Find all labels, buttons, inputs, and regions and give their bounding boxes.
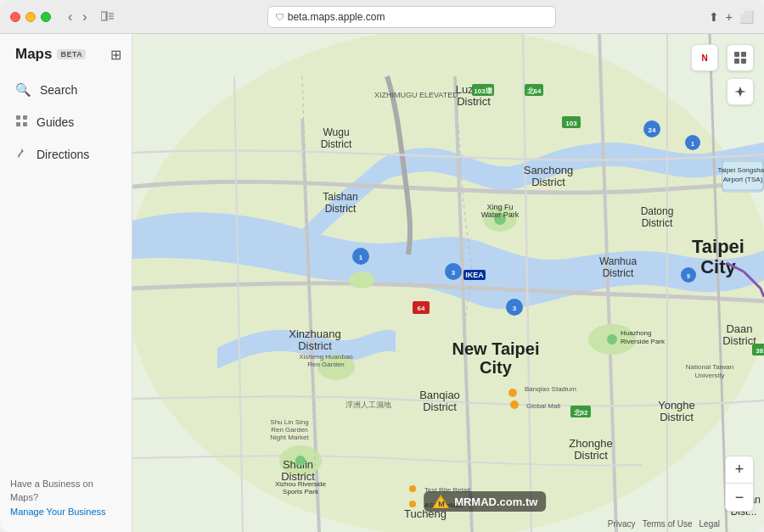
sidebar-header: Maps BETA ⊞ (0, 34, 132, 71)
svg-text:Airport (TSA): Airport (TSA) (723, 176, 763, 183)
search-icon: 🔍 (15, 82, 31, 98)
sidebar-footer: Have a Business on Maps? Manage Your Bus… (0, 467, 132, 533)
titlebar-right: ⬆ + ⬜ (709, 10, 754, 24)
directions-icon (15, 147, 28, 162)
guides-label: Guides (37, 115, 74, 129)
svg-text:City: City (480, 358, 513, 377)
titlebar-center: 🛡 beta.maps.apple.com (121, 6, 702, 28)
minimize-button[interactable] (25, 12, 36, 22)
close-button[interactable] (10, 12, 20, 22)
sidebar-item-search[interactable]: 🔍 Search (7, 75, 125, 105)
svg-text:National Taiwan: National Taiwan (686, 363, 733, 371)
svg-text:New Taipei: New Taipei (452, 339, 540, 358)
svg-text:Shu Lin Sing: Shu Lin Sing (270, 418, 308, 426)
map-area[interactable]: XIZHIMUGU ELEVATED Luzhou District (132, 34, 764, 532)
svg-point-75 (295, 456, 306, 466)
manage-business-link[interactable]: Manage Your Business (10, 505, 121, 519)
svg-text:District: District (660, 411, 694, 423)
map-type-button[interactable] (727, 44, 754, 71)
sidebar-grid-button[interactable]: ⊞ (110, 47, 121, 63)
sidebar-nav: 🔍 Search Guides (0, 71, 132, 173)
svg-rect-0 (101, 12, 106, 20)
compass-rose[interactable]: N (691, 44, 718, 71)
svg-text:Yonghe: Yonghe (658, 399, 695, 412)
svg-text:Taipei: Taipei (692, 236, 744, 257)
svg-text:北92: 北92 (573, 409, 588, 417)
beta-badge: BETA (57, 49, 86, 59)
svg-text:Water Park: Water Park (481, 210, 520, 219)
svg-text:Taishan: Taishan (323, 191, 357, 203)
legal-link[interactable]: Legal (699, 519, 720, 529)
nav-buttons: ‹ › (65, 8, 91, 26)
svg-text:District: District (298, 339, 332, 352)
svg-text:Zhonghe: Zhonghe (569, 437, 612, 450)
svg-text:Wanhua: Wanhua (599, 255, 638, 267)
sidebar-toggle-button[interactable] (101, 10, 115, 24)
watermark-text: MRMAD.com.tw (454, 496, 537, 508)
forward-button[interactable]: › (79, 8, 90, 26)
search-label: Search (40, 83, 77, 97)
svg-text:Banqiao: Banqiao (419, 389, 460, 401)
svg-text:Banqiao Stadium: Banqiao Stadium (525, 385, 576, 393)
svg-text:Datong: Datong (641, 205, 674, 217)
shield-icon: 🛡 (275, 12, 284, 22)
svg-text:District: District (531, 176, 565, 188)
zoom-out-button[interactable]: − (726, 484, 753, 511)
svg-rect-7 (16, 122, 20, 126)
directions-label: Directions (37, 148, 89, 161)
svg-text:浮洲人工濕地: 浮洲人工濕地 (345, 400, 391, 409)
traffic-lights (10, 12, 51, 22)
svg-rect-5 (16, 115, 20, 120)
svg-text:District: District (642, 217, 673, 229)
svg-point-78 (409, 485, 416, 492)
svg-text:IKEA: IKEA (465, 271, 484, 279)
terms-link[interactable]: Terms of Use (643, 519, 693, 529)
svg-text:District: District (423, 400, 457, 413)
svg-text:Sports Park: Sports Park (283, 488, 319, 496)
privacy-link[interactable]: Privacy (608, 519, 636, 529)
svg-text:103: 103 (565, 120, 577, 127)
svg-text:北64: 北64 (526, 87, 542, 95)
svg-text:Huazhong: Huazhong (621, 329, 651, 337)
sidebar-item-guides[interactable]: Guides (7, 107, 125, 137)
svg-text:3: 3 (452, 269, 456, 277)
new-tab-button[interactable]: + (726, 10, 733, 24)
sidebar-item-directions[interactable]: Directions (7, 139, 125, 170)
svg-text:District: District (574, 449, 608, 462)
svg-text:XIZHIMUGU ELEVATED: XIZHIMUGU ELEVATED (374, 91, 458, 99)
svg-text:1: 1 (691, 141, 694, 147)
zoom-in-button[interactable]: + (726, 456, 753, 484)
svg-text:Xinzhuang: Xinzhuang (289, 328, 340, 340)
svg-text:Night Market: Night Market (270, 434, 309, 441)
svg-text:1: 1 (359, 254, 363, 261)
svg-rect-8 (23, 122, 27, 126)
svg-text:District: District (457, 95, 491, 108)
svg-text:Xizhou Riverside: Xizhou Riverside (275, 480, 327, 488)
svg-text:381: 381 (756, 347, 764, 355)
map-svg: XIZHIMUGU ELEVATED Luzhou District (132, 34, 764, 532)
sidebar-footer-text: Have a Business on Maps? (10, 479, 93, 503)
map-controls (727, 44, 754, 105)
svg-text:Taipei Songshan: Taipei Songshan (717, 166, 764, 174)
url-text: beta.maps.apple.com (288, 11, 385, 23)
maximize-button[interactable] (41, 12, 51, 22)
svg-text:9: 9 (687, 273, 690, 279)
guides-icon (15, 115, 28, 130)
titlebar: ‹ › 🛡 beta.maps.apple.com ⬆ + ⬜ (0, 0, 764, 34)
airdrop-button[interactable]: ⬆ (709, 10, 719, 24)
svg-text:Riverside Park: Riverside Park (621, 338, 666, 345)
back-button[interactable]: ‹ (65, 8, 76, 26)
tab-overview-button[interactable]: ⬜ (739, 10, 754, 24)
svg-text:103環: 103環 (474, 87, 492, 95)
svg-text:Global Mall: Global Mall (526, 402, 560, 410)
svg-text:Daan: Daan (726, 322, 752, 335)
address-bar[interactable]: 🛡 beta.maps.apple.com (267, 6, 556, 28)
svg-point-63 (510, 400, 519, 409)
svg-rect-116 (741, 59, 746, 64)
location-button[interactable] (727, 78, 754, 105)
svg-rect-6 (23, 115, 27, 120)
compass-n-label: N (701, 53, 707, 63)
zoom-controls: + − (725, 456, 754, 512)
svg-text:Sanchong: Sanchong (524, 164, 574, 176)
svg-text:Wugu: Wugu (323, 126, 349, 138)
